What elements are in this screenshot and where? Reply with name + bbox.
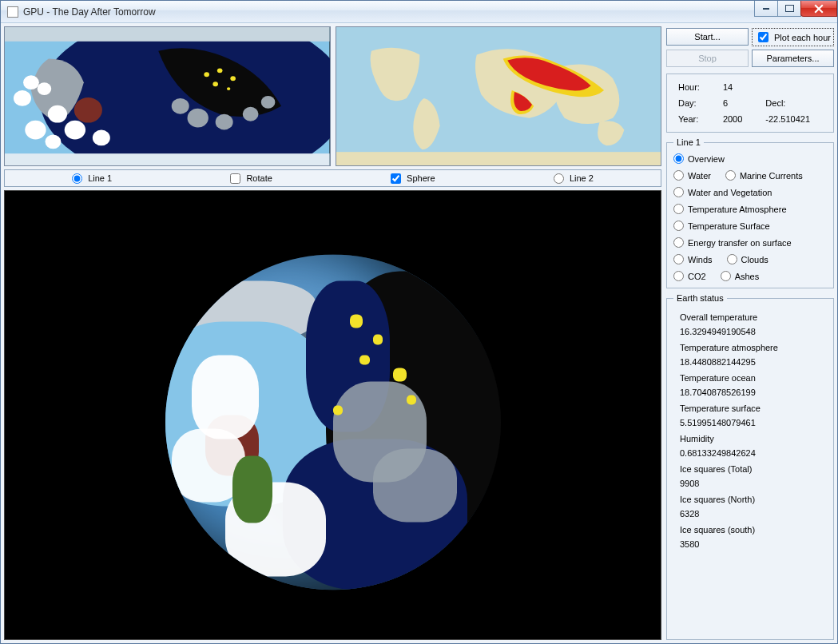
status-label: Temperature atmosphere xyxy=(680,343,822,352)
svg-point-6 xyxy=(217,68,223,73)
sim-controls: Start... Plot each hour Stop Parameters.… xyxy=(666,26,834,69)
svg-point-14 xyxy=(65,121,85,140)
svg-rect-2 xyxy=(5,27,330,42)
svg-rect-3 xyxy=(5,153,330,165)
window-title: GPU - The Day After Tomorrow xyxy=(23,6,156,18)
line1-radio-label: Line 1 xyxy=(88,173,112,183)
opt-energy-transfer[interactable]: Energy transfer on surface xyxy=(673,237,792,248)
main-globe-view xyxy=(4,190,661,640)
status-value: 18.7040878526199 xyxy=(680,388,822,397)
opt-water-vegetation[interactable]: Water and Vegetation xyxy=(673,187,772,197)
status-label: Ice squares (Total) xyxy=(680,464,822,474)
svg-point-20 xyxy=(216,114,233,130)
plot-each-hour-checkbox[interactable]: Plot each hour xyxy=(752,28,834,46)
decl-value: -22.510421 xyxy=(765,114,822,124)
earth-status-group: Earth status Overall temperature16.32949… xyxy=(666,293,834,640)
window-buttons xyxy=(755,1,837,17)
svg-point-15 xyxy=(93,130,110,146)
sphere-label: Sphere xyxy=(407,173,435,183)
svg-point-16 xyxy=(25,121,46,140)
globe-sphere xyxy=(165,254,501,590)
svg-point-12 xyxy=(14,90,31,106)
opt-clouds[interactable]: Clouds xyxy=(727,254,768,264)
svg-point-17 xyxy=(46,134,62,149)
opt-overview[interactable]: Overview xyxy=(673,153,725,164)
year-value: 2000 xyxy=(723,114,754,124)
line1-radio[interactable]: Line 1 xyxy=(72,173,112,184)
status-value: 0.68133249842624 xyxy=(680,448,822,458)
start-button[interactable]: Start... xyxy=(666,28,749,46)
stop-button[interactable]: Stop xyxy=(666,50,749,67)
status-label: Temperature ocean xyxy=(680,373,822,383)
line1-options-group: Line 1 Overview Water Marine Currents Wa… xyxy=(666,137,834,288)
rotate-checkbox[interactable]: Rotate xyxy=(230,173,272,184)
status-label: Humidity xyxy=(680,434,822,443)
svg-point-8 xyxy=(212,81,218,86)
status-label: Ice squares (south) xyxy=(680,525,822,535)
status-label: Temperature surface xyxy=(680,403,822,413)
earth-status-list: Overall temperature16.3294949190548Tempe… xyxy=(673,309,828,554)
earth-status-legend: Earth status xyxy=(673,293,727,303)
opt-temp-surface[interactable]: Temperature Surface xyxy=(673,221,770,231)
svg-point-9 xyxy=(227,87,230,90)
decl-label: Decl: xyxy=(765,98,822,108)
left-column: Line 1 Rotate Sphere Line 2 xyxy=(4,26,661,640)
line2-radio[interactable]: Line 2 xyxy=(554,173,594,184)
svg-point-18 xyxy=(172,98,189,114)
day-label: Day: xyxy=(678,98,712,108)
app-window: GPU - The Day After Tomorrow xyxy=(0,0,838,644)
app-icon xyxy=(7,6,18,18)
year-label: Year: xyxy=(678,114,712,124)
right-panel: Start... Plot each hour Stop Parameters.… xyxy=(666,26,834,640)
opt-winds[interactable]: Winds xyxy=(673,254,713,264)
titlebar: GPU - The Day After Tomorrow xyxy=(1,1,837,23)
opt-ashes[interactable]: Ashes xyxy=(721,271,760,281)
svg-point-5 xyxy=(204,72,209,77)
svg-point-10 xyxy=(23,75,39,89)
svg-point-7 xyxy=(230,76,236,81)
svg-point-13 xyxy=(48,105,67,123)
status-label: Overall temperature xyxy=(680,312,822,322)
svg-rect-24 xyxy=(336,152,661,165)
status-value: 3580 xyxy=(680,539,822,549)
rotate-label: Rotate xyxy=(246,173,272,183)
overview-minimap xyxy=(4,26,331,166)
svg-point-22 xyxy=(261,96,276,109)
sphere-checkbox[interactable]: Sphere xyxy=(391,173,435,184)
status-value: 18.4480882144295 xyxy=(680,357,822,367)
svg-point-11 xyxy=(38,82,52,95)
status-value: 9908 xyxy=(680,479,822,488)
opt-temp-atmosphere[interactable]: Temperature Atmosphere xyxy=(673,204,787,214)
time-info-box: Hour: 14 Day: 6 Decl: Year: 2000 -22.510… xyxy=(666,74,834,133)
parameters-button[interactable]: Parameters... xyxy=(752,50,834,67)
hour-value: 14 xyxy=(723,82,754,92)
view-options-bar: Line 1 Rotate Sphere Line 2 xyxy=(4,169,661,187)
line1-legend: Line 1 xyxy=(673,137,704,147)
status-value: 6328 xyxy=(680,509,822,519)
close-button[interactable] xyxy=(800,1,837,17)
day-value: 6 xyxy=(723,98,754,108)
status-value: 16.3294949190548 xyxy=(680,327,822,336)
minimize-button[interactable] xyxy=(754,1,778,17)
opt-water[interactable]: Water xyxy=(673,170,711,181)
svg-point-4 xyxy=(74,97,102,123)
opt-co2[interactable]: CO2 xyxy=(673,271,706,281)
plot-each-hour-label: Plot each hour xyxy=(774,33,831,42)
svg-point-1 xyxy=(40,27,330,165)
opt-marine-currents[interactable]: Marine Currents xyxy=(725,170,803,181)
hour-label: Hour: xyxy=(678,82,712,92)
status-label: Ice squares (North) xyxy=(680,495,822,504)
svg-point-21 xyxy=(243,107,259,121)
svg-point-19 xyxy=(188,109,209,128)
client-area: Line 1 Rotate Sphere Line 2 xyxy=(1,23,837,643)
hotspot-minimap xyxy=(336,26,662,166)
line2-radio-label: Line 2 xyxy=(570,173,594,183)
minimap-row xyxy=(4,26,661,166)
status-value: 5.51995148079461 xyxy=(680,418,822,427)
maximize-button[interactable] xyxy=(777,1,801,17)
